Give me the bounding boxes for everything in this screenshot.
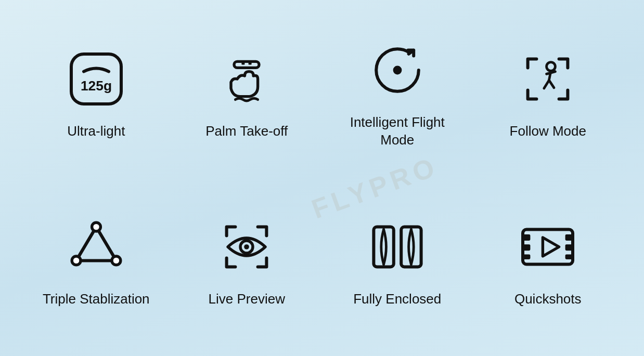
- ultra-light-icon: 125g: [65, 48, 127, 110]
- svg-text:125g: 125g: [81, 78, 112, 94]
- fully-enclosed-label: Fully Enclosed: [353, 291, 441, 308]
- svg-point-7: [547, 62, 556, 71]
- feature-ultra-light: 125g Ultra-light: [21, 10, 172, 178]
- feature-fully-enclosed: Fully Enclosed: [322, 178, 473, 346]
- svg-rect-4: [249, 62, 252, 65]
- triple-stab-label: Triple Stablization: [43, 291, 150, 308]
- follow-mode-icon: [517, 48, 579, 110]
- svg-rect-15: [523, 229, 573, 264]
- intelligent-flight-label: Intelligent Flight Mode: [332, 114, 462, 149]
- svg-marker-22: [543, 238, 559, 256]
- svg-point-8: [92, 222, 100, 231]
- quickshots-icon: [517, 216, 579, 278]
- fully-enclosed-icon: [366, 216, 429, 278]
- feature-live-preview: Live Preview: [172, 178, 323, 346]
- svg-rect-18: [523, 254, 530, 259]
- svg-rect-17: [523, 244, 530, 250]
- feature-quickshots: Quickshots: [473, 178, 624, 346]
- features-grid: 125g Ultra-light Palm Take-off: [0, 0, 644, 356]
- feature-intelligent-flight: Intelligent Flight Mode: [322, 10, 473, 178]
- svg-rect-2: [234, 62, 259, 68]
- palm-takeoff-icon: [215, 48, 278, 110]
- ultra-light-label: Ultra-light: [67, 123, 125, 140]
- triple-stab-icon: [65, 216, 127, 278]
- quickshots-label: Quickshots: [514, 291, 582, 308]
- feature-follow-mode: Follow Mode: [473, 10, 624, 178]
- live-preview-label: Live Preview: [209, 291, 285, 308]
- svg-point-12: [244, 244, 249, 249]
- svg-point-9: [112, 256, 121, 265]
- live-preview-icon: [215, 216, 278, 278]
- intelligent-flight-icon: [366, 39, 429, 101]
- svg-rect-3: [242, 62, 245, 65]
- feature-palm-takeoff: Palm Take-off: [172, 10, 323, 178]
- follow-mode-label: Follow Mode: [510, 123, 586, 140]
- svg-point-6: [393, 66, 402, 75]
- svg-rect-19: [565, 234, 573, 241]
- svg-rect-20: [565, 244, 573, 250]
- feature-triple-stab: Triple Stablization: [21, 178, 172, 346]
- svg-rect-21: [565, 254, 573, 259]
- svg-point-10: [72, 256, 81, 265]
- palm-takeoff-label: Palm Take-off: [205, 123, 288, 140]
- svg-rect-16: [523, 234, 530, 241]
